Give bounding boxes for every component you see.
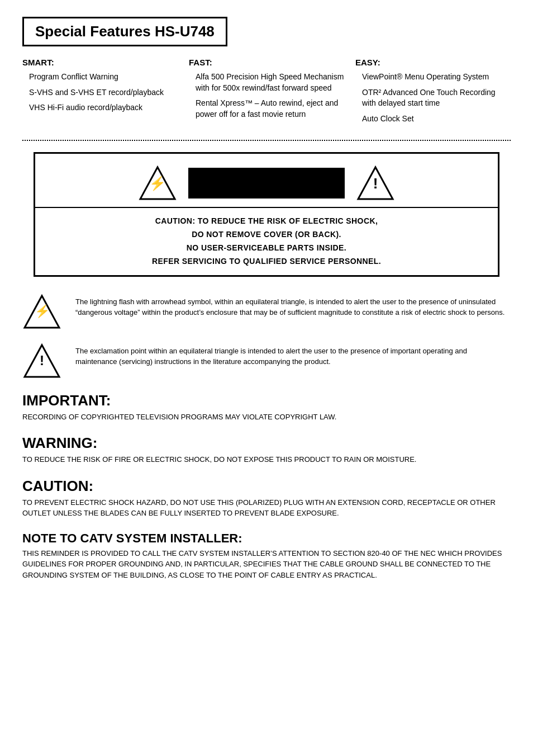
caution-text: CAUTION: TO REDUCE THE RISK OF ELECTRIC … [35,207,498,275]
caution-line2: DO NOT REMOVE COVER (OR BACK). [41,228,492,242]
lightning-symbol-small: ⚡ [22,294,61,330]
fast-column: FAST: Alfa 500 Precision High Speed Mech… [189,58,344,129]
lightning-sym-container: ⚡ [22,294,64,332]
list-item: ViewPoint® Menu Operating System [362,72,511,83]
easy-column: EASY: ViewPoint® Menu Operating System O… [355,58,511,129]
warning-section: WARNING: TO REDUCE THE RISK OF FIRE OR E… [22,434,511,465]
black-bar [188,168,345,199]
list-item: Auto Clock Set [362,114,511,125]
lightning-explanation-text: The lightning flash with arrowhead symbo… [75,294,511,318]
caution-box: ⚡ ! CAUTION: TO REDUCE THE RISK OF ELECT… [34,152,499,276]
exclamation-symbol-small: ! [22,343,61,379]
list-item: OTR² Advanced One Touch Recording with d… [362,87,511,109]
lightning-icon-small: ⚡ [35,306,50,318]
fast-list: Alfa 500 Precision High Speed Mechanism … [189,72,344,120]
important-heading: IMPORTANT: [22,392,511,409]
caution-section: CAUTION: TO PREVENT ELECTRIC SHOCK HAZAR… [22,478,511,519]
easy-heading: EASY: [355,58,511,67]
exclamation-triangle: ! [356,165,395,201]
exclamation-sym-container: ! [22,343,64,381]
fast-heading: FAST: [189,58,344,67]
page-title: Special Features HS-U748 [35,23,215,40]
caution-line1: CAUTION: TO REDUCE THE RISK OF ELECTRIC … [41,215,492,228]
lightning-triangle: ⚡ [138,165,177,201]
list-item: Rental Xpress™ – Auto rewind, eject and … [196,98,344,120]
lightning-explanation-row: ⚡ The lightning flash with arrowhead sym… [22,294,511,332]
exclamation-explanation-row: ! The exclamation point within an equila… [22,343,511,381]
smart-heading: SMART: [22,58,178,67]
caution-section-body: TO PREVENT ELECTRIC SHOCK HAZARD, DO NOT… [22,497,511,519]
features-grid: SMART: Program Conflict Warning S-VHS an… [22,58,511,129]
note-section: NOTE TO CATV SYSTEM INSTALLER: THIS REMI… [22,531,511,581]
dotted-separator [22,140,511,141]
exclamation-explanation-text: The exclamation point within an equilate… [75,343,511,367]
caution-section-heading: CAUTION: [22,478,511,495]
list-item: S-VHS and S-VHS ET record/playback [29,87,178,98]
note-body: THIS REMINDER IS PROVIDED TO CALL THE CA… [22,548,511,581]
warning-body: TO REDUCE THE RISK OF FIRE OR ELECTRIC S… [22,454,511,465]
exclamation-icon-small: ! [40,354,44,367]
caution-symbols: ⚡ ! [35,154,498,207]
note-heading: NOTE TO CATV SYSTEM INSTALLER: [22,531,511,546]
caution-line3: NO USER-SERVICEABLE PARTS INSIDE. [41,242,492,255]
list-item: Alfa 500 Precision High Speed Mechanism … [196,72,344,93]
important-section: IMPORTANT: RECORDING OF COPYRIGHTED TELE… [22,392,511,423]
exclamation-icon: ! [373,176,378,191]
title-box: Special Features HS-U748 [22,17,227,46]
smart-column: SMART: Program Conflict Warning S-VHS an… [22,58,178,129]
symbol-explanations: ⚡ The lightning flash with arrowhead sym… [22,294,511,381]
lightning-icon: ⚡ [149,177,166,190]
smart-list: Program Conflict Warning S-VHS and S-VHS… [22,72,178,114]
warning-heading: WARNING: [22,434,511,452]
list-item: Program Conflict Warning [29,72,178,83]
easy-list: ViewPoint® Menu Operating System OTR² Ad… [355,72,511,124]
list-item: VHS Hi-Fi audio record/playback [29,102,178,114]
important-body: RECORDING OF COPYRIGHTED TELEVISION PROG… [22,412,511,423]
caution-line4: REFER SERVICING TO QUALIFIED SERVICE PER… [41,255,492,268]
